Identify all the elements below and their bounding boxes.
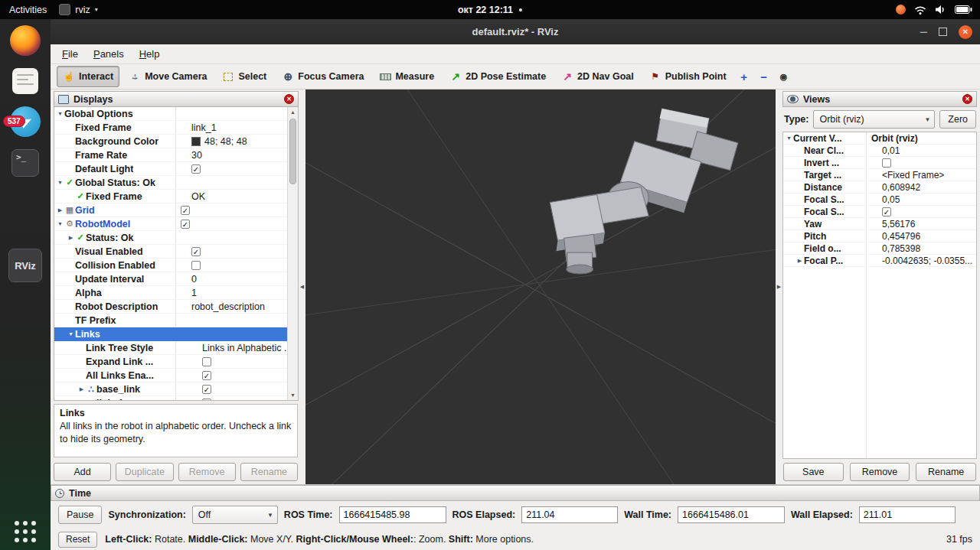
property-value[interactable] bbox=[188, 231, 287, 244]
tree-row[interactable]: Visual Enabled✓ bbox=[54, 245, 287, 259]
property-value[interactable]: ✓ bbox=[188, 162, 287, 175]
tool-2d-pose-estimate[interactable]: 2D Pose Estimate bbox=[443, 66, 552, 87]
title-bar[interactable]: default.rviz* - RViz ─ ✕ bbox=[51, 19, 980, 44]
property-value[interactable] bbox=[188, 327, 287, 340]
tree-row[interactable]: TF Prefix bbox=[54, 314, 287, 327]
tree-row[interactable]: Frame Rate30 bbox=[54, 148, 287, 162]
tree-row[interactable]: Pitch0,454796 bbox=[783, 230, 976, 242]
wall-time-field[interactable] bbox=[678, 506, 785, 523]
property-value[interactable]: ✓ bbox=[878, 206, 976, 217]
expand-icon[interactable]: ▶ bbox=[77, 386, 86, 392]
panel-splitter-right[interactable]: ▶ bbox=[776, 89, 782, 484]
scrollbar[interactable]: ▲ ▼ bbox=[287, 107, 298, 400]
collapse-icon[interactable]: ▼ bbox=[56, 111, 64, 116]
tree-row[interactable]: Yaw5,56176 bbox=[783, 218, 976, 230]
displays-panel-header[interactable]: Displays ✕ bbox=[54, 91, 299, 107]
property-value[interactable]: -0.0042635; -0.0355... bbox=[878, 255, 976, 266]
scroll-thumb[interactable] bbox=[289, 119, 296, 184]
add-button[interactable]: Add bbox=[54, 463, 111, 481]
minimize-button[interactable]: ─ bbox=[920, 28, 927, 36]
collapse-icon[interactable]: ▼ bbox=[56, 221, 64, 226]
property-value[interactable]: 0,785398 bbox=[878, 242, 976, 254]
property-value[interactable]: ✓ bbox=[198, 382, 287, 395]
tree-row[interactable]: Near Cl...0,01 bbox=[783, 145, 976, 157]
tree-row[interactable]: ▶∴link_1✓ bbox=[54, 396, 287, 400]
tree-row[interactable]: ▶∴base_link✓ bbox=[54, 382, 287, 396]
property-value[interactable]: 0,01 bbox=[878, 145, 976, 156]
property-value[interactable]: 48; 48; 48 bbox=[188, 135, 287, 148]
clock[interactable]: окт 22 12:11 bbox=[458, 5, 522, 15]
property-value[interactable]: ✓ bbox=[198, 369, 287, 382]
tree-row[interactable]: ▶▦Grid✓ bbox=[54, 203, 287, 217]
property-value[interactable] bbox=[188, 259, 287, 272]
tree-row[interactable]: Alpha1 bbox=[54, 286, 287, 300]
property-value[interactable] bbox=[188, 314, 287, 327]
property-value[interactable]: ✓ bbox=[177, 217, 287, 230]
scroll-up-icon[interactable]: ▲ bbox=[288, 107, 298, 117]
collapse-icon[interactable]: ▼ bbox=[56, 180, 64, 185]
checkbox[interactable] bbox=[202, 357, 211, 366]
expand-icon[interactable]: ▶ bbox=[67, 235, 75, 241]
property-value[interactable] bbox=[878, 157, 976, 168]
tool-move-camera[interactable]: Move Camera bbox=[122, 66, 213, 87]
tree-row[interactable]: Target ...<Fixed Frame> bbox=[783, 169, 976, 181]
rename-button[interactable]: Rename bbox=[240, 463, 298, 481]
tree-row[interactable]: ✓Fixed FrameOK bbox=[54, 190, 287, 203]
tree-row[interactable]: ▶✓Status: Ok bbox=[54, 231, 287, 245]
duplicate-button[interactable]: Duplicate bbox=[116, 463, 173, 481]
property-value[interactable]: 0,608942 bbox=[878, 181, 976, 193]
tree-row[interactable]: ▼Global Options bbox=[54, 107, 287, 121]
property-value[interactable]: 0 bbox=[188, 272, 287, 285]
tree-row[interactable]: Focal S...0,05 bbox=[783, 194, 976, 206]
remove-tool-button[interactable]: − bbox=[756, 68, 773, 85]
tree-row[interactable]: ▼✓Global Status: Ok bbox=[54, 176, 287, 190]
close-panel-button[interactable]: ✕ bbox=[284, 94, 294, 104]
property-value[interactable]: 30 bbox=[188, 148, 287, 161]
close-panel-button[interactable]: ✕ bbox=[962, 94, 972, 104]
system-tray[interactable] bbox=[896, 5, 972, 15]
tool-2d-nav-goal[interactable]: 2D Nav Goal bbox=[555, 66, 640, 87]
expand-icon[interactable]: ▶ bbox=[56, 207, 64, 213]
property-value[interactable]: 0,454796 bbox=[878, 230, 976, 242]
property-value[interactable]: 1 bbox=[188, 286, 287, 299]
expand-icon[interactable]: ▶ bbox=[77, 400, 86, 401]
tree-row[interactable]: Background Color48; 48; 48 bbox=[54, 135, 287, 148]
app-menu[interactable]: rviz ▾ bbox=[59, 4, 97, 15]
property-value[interactable]: ✓ bbox=[198, 396, 287, 400]
panel-splitter-left[interactable]: ◀ bbox=[299, 89, 305, 484]
property-value[interactable]: <Fixed Frame> bbox=[878, 169, 976, 181]
viewport-3d[interactable] bbox=[305, 89, 776, 484]
collapse-right-icon[interactable]: ▶ bbox=[777, 284, 781, 290]
checkbox[interactable]: ✓ bbox=[191, 164, 201, 174]
collapse-icon[interactable]: ▼ bbox=[67, 331, 75, 337]
tree-row[interactable]: Fixed Framelink_1 bbox=[54, 121, 287, 135]
rename-view-button[interactable]: Rename bbox=[916, 463, 976, 481]
tree-row[interactable]: Default Light✓ bbox=[54, 162, 287, 176]
reset-button[interactable]: Reset bbox=[58, 532, 97, 548]
tool-options-icon[interactable]: ◉ bbox=[776, 68, 792, 85]
tree-row[interactable]: All Links Ena...✓ bbox=[54, 369, 287, 382]
zero-button[interactable]: Zero bbox=[939, 110, 976, 129]
dock-notes[interactable] bbox=[12, 68, 38, 94]
pause-button[interactable]: Pause bbox=[58, 506, 102, 524]
tree-row[interactable]: Invert ... bbox=[783, 157, 976, 169]
property-value[interactable]: OK bbox=[188, 190, 287, 203]
sync-combo[interactable]: Off ▼ bbox=[192, 506, 278, 524]
time-panel-header[interactable]: Time bbox=[51, 485, 980, 501]
expand-icon[interactable]: ▶ bbox=[795, 258, 804, 264]
tree-row[interactable]: ▶Focal P...-0.0042635; -0.0355... bbox=[783, 255, 976, 267]
tree-row[interactable]: ▼Current V...Orbit (rviz) bbox=[783, 132, 976, 145]
dock-telegram[interactable]: 537 bbox=[10, 106, 41, 137]
views-panel-header[interactable]: Views ✕ bbox=[782, 91, 977, 107]
ros-elapsed-field[interactable] bbox=[521, 506, 618, 523]
property-value[interactable]: 5,56176 bbox=[878, 218, 976, 229]
checkbox[interactable]: ✓ bbox=[181, 206, 190, 215]
tree-row[interactable]: Collision Enabled bbox=[54, 259, 287, 272]
tool-focus-camera[interactable]: Focus Camera bbox=[276, 66, 370, 87]
show-applications-button[interactable] bbox=[15, 521, 36, 542]
tool-select[interactable]: Select bbox=[216, 66, 273, 87]
tree-row[interactable]: ▼⚙RobotModel✓ bbox=[54, 217, 287, 231]
menu-file[interactable]: File bbox=[55, 46, 85, 62]
tree-row[interactable]: Distance0,608942 bbox=[783, 181, 976, 194]
checkbox[interactable]: ✓ bbox=[882, 207, 891, 216]
